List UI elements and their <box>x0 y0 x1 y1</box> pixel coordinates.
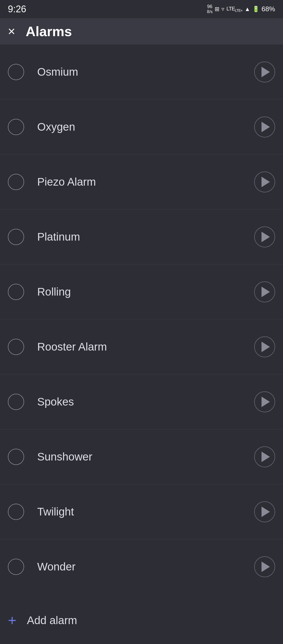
radio-button[interactable] <box>8 174 24 190</box>
radio-button[interactable] <box>8 394 24 410</box>
signal-bars-icon: ▲ <box>244 6 250 13</box>
list-item[interactable]: Piezo Alarm <box>0 154 283 209</box>
play-icon <box>262 287 270 297</box>
add-icon: + <box>8 613 17 628</box>
list-item[interactable]: Wonder <box>0 539 283 594</box>
play-icon <box>262 67 270 77</box>
radio-button[interactable] <box>8 229 24 245</box>
alarm-name: Twilight <box>24 506 254 518</box>
list-item[interactable]: Oxygen <box>0 99 283 154</box>
radio-button[interactable] <box>8 284 24 300</box>
alarm-list: Osmium Oxygen Piezo Alarm Platinum R <box>0 45 283 594</box>
network-speed: 968/s <box>207 4 213 14</box>
list-item[interactable]: Rooster Alarm <box>0 319 283 374</box>
alarm-name: Spokes <box>24 396 254 408</box>
alarm-name: Oxygen <box>24 121 254 133</box>
play-button[interactable] <box>254 336 275 357</box>
play-button[interactable] <box>254 556 275 577</box>
list-item[interactable]: Spokes <box>0 374 283 429</box>
battery-percent: 68% <box>262 5 275 13</box>
list-item[interactable]: Platinum <box>0 209 283 264</box>
play-button[interactable] <box>254 501 275 522</box>
radio-button[interactable] <box>8 339 24 355</box>
radio-button[interactable] <box>8 119 24 135</box>
alarm-name: Rooster Alarm <box>24 341 254 353</box>
add-alarm-button[interactable]: + Add alarm <box>0 594 283 644</box>
play-button[interactable] <box>254 391 275 412</box>
list-item[interactable]: Twilight <box>0 484 283 539</box>
alarm-name: Osmium <box>24 66 254 78</box>
play-icon <box>262 177 270 187</box>
radio-button[interactable] <box>8 504 24 520</box>
alarm-name: Piezo Alarm <box>24 176 254 188</box>
add-alarm-label: Add alarm <box>27 614 77 627</box>
play-button[interactable] <box>254 62 275 82</box>
radio-button[interactable] <box>8 64 24 80</box>
alarm-name: Rolling <box>24 286 254 298</box>
play-button[interactable] <box>254 446 275 467</box>
play-icon <box>262 507 270 517</box>
battery-icon: 🔋 <box>252 6 259 13</box>
play-button[interactable] <box>254 171 275 192</box>
status-icons: 968/s ⊞ ▿ LTELTE+ ▲ 🔋 68% <box>207 4 275 14</box>
app-header: × Alarms <box>0 18 283 45</box>
status-time: 9:26 <box>8 4 26 15</box>
play-button[interactable] <box>254 226 275 247</box>
radio-button[interactable] <box>8 449 24 465</box>
play-icon <box>262 342 270 352</box>
close-button[interactable]: × <box>8 25 15 38</box>
play-icon <box>262 452 270 462</box>
alarm-name: Wonder <box>24 560 254 573</box>
play-button[interactable] <box>254 116 275 137</box>
signal-icon: ⊞ <box>215 6 219 13</box>
wifi-icon: ▿ <box>221 6 224 13</box>
list-item[interactable]: Rolling <box>0 264 283 319</box>
page-title: Alarms <box>26 24 72 39</box>
play-icon <box>262 397 270 407</box>
list-item[interactable]: Sunshower <box>0 429 283 484</box>
alarm-name: Platinum <box>24 231 254 243</box>
status-bar: 9:26 968/s ⊞ ▿ LTELTE+ ▲ 🔋 68% <box>0 0 283 18</box>
list-item[interactable]: Osmium <box>0 45 283 99</box>
play-icon <box>262 562 270 572</box>
radio-button[interactable] <box>8 559 24 575</box>
play-icon <box>262 122 270 132</box>
play-button[interactable] <box>254 281 275 302</box>
play-icon <box>262 232 270 242</box>
alarm-name: Sunshower <box>24 451 254 463</box>
lte-icon: LTELTE+ <box>226 6 242 13</box>
